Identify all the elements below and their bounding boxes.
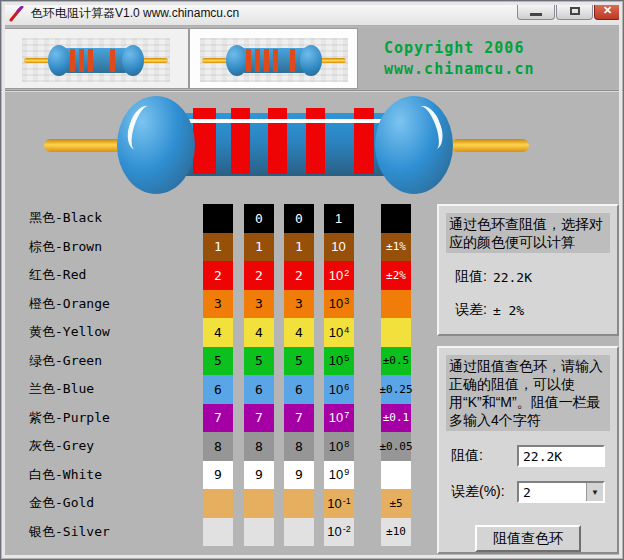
band3-color-cell[interactable]: 0 [284,204,314,233]
band3-color-cell[interactable]: 8 [284,432,314,461]
query-by-value-panel: 通过阻值查色环，请输入正确的阻值，可以使用“K”和“M”。阻值一栏最多输入4个字… [437,346,619,554]
multiplier-cell[interactable]: 103 [324,290,354,319]
resistance-result-label: 阻值: [455,268,487,286]
multiplier-cell[interactable]: 1 [324,204,354,233]
band1-color-cell[interactable]: 6 [203,375,233,404]
minimize-button[interactable] [517,2,555,20]
multiplier-cell[interactable]: 102 [324,261,354,290]
band3-color-cell[interactable]: 1 [284,233,314,262]
band3-color-cell[interactable]: 5 [284,347,314,376]
minimize-icon [530,13,542,16]
tolerance-cell[interactable]: ±5 [381,489,411,518]
color-label: 紫色-Purple [29,404,110,433]
tolerance-cell[interactable]: ±0.05 [381,432,411,461]
band3-color-cell[interactable] [284,518,314,547]
color-label: 金色-Gold [29,489,110,518]
resistance-input-label: 阻值: [451,447,517,465]
tolerance-cell[interactable]: ±0.25 [381,375,411,404]
resistor-lead-left [44,139,124,152]
tolerance-cell[interactable] [381,290,411,319]
color-table-labels: 黑色-Black 棕色-Brown 红色-Red 橙色-Orange 黄色-Ye… [29,204,110,546]
color-label: 黑色-Black [29,204,110,233]
tolerance-selected-value: 2 [519,485,586,500]
resistor-5band-image [200,38,348,82]
band3-color-cell[interactable]: 4 [284,318,314,347]
band1-color-cell[interactable]: 2 [203,261,233,290]
band3-color-cell[interactable]: 3 [284,290,314,319]
resistance-input[interactable] [517,445,605,467]
tolerance-cell[interactable]: ±1% [381,233,411,262]
query-by-value-instructions: 通过阻值查色环，请输入正确的阻值，可以使用“K”和“M”。阻值一栏最多输入4个字… [446,355,610,431]
multiplier-cell[interactable]: 10-1 [324,489,354,518]
tolerance-result-label: 误差: [455,301,487,319]
band1-color-cell[interactable] [203,204,233,233]
titlebar[interactable]: 色环电阻计算器V1.0 www.chinamcu.cn ✕ [2,2,622,26]
band2-color-cell[interactable]: 7 [244,404,274,433]
band1-color-cell[interactable]: 1 [203,233,233,262]
band3-column: 0 1 2 3 4 5 6 7 8 9 [284,204,314,546]
band3-color-cell[interactable]: 7 [284,404,314,433]
band2-color-cell[interactable]: 0 [244,204,274,233]
resistor-display [1,91,624,203]
band3-color-cell[interactable]: 2 [284,261,314,290]
band1-color-cell[interactable]: 8 [203,432,233,461]
tolerance-cell[interactable]: ±0.1 [381,404,411,433]
tolerance-cell[interactable]: ±10 [381,518,411,547]
band2-color-cell[interactable]: 8 [244,432,274,461]
band3-color-cell[interactable]: 9 [284,461,314,490]
tab-4band-resistor[interactable] [4,28,189,89]
color-label: 兰色-Blue [29,375,110,404]
lookup-colors-button[interactable]: 阻值查色环 [475,525,581,552]
color-label: 绿色-Green [29,347,110,376]
band2-color-cell[interactable]: 5 [244,347,274,376]
color-label: 银色-Silver [29,518,110,547]
tolerance-cell[interactable] [381,461,411,490]
band2-color-cell[interactable] [244,489,274,518]
multiplier-cell[interactable]: 109 [324,461,354,490]
tolerance-cell[interactable] [381,318,411,347]
band1-color-cell[interactable]: 5 [203,347,233,376]
tolerance-cell[interactable] [381,204,411,233]
tolerance-cell[interactable]: ±2% [381,261,411,290]
multiplier-cell[interactable]: 107 [324,404,354,433]
band2-color-cell[interactable]: 1 [244,233,274,262]
maximize-icon [570,7,580,15]
resistance-result-value: 22.2K [493,270,532,285]
band1-color-cell[interactable]: 9 [203,461,233,490]
multiplier-cell[interactable]: 104 [324,318,354,347]
multiplier-cell[interactable]: 10 [324,233,354,262]
color-label: 黄色-Yellow [29,318,110,347]
band2-column: 0 1 2 3 4 5 6 7 8 9 [244,204,274,546]
band1-color-cell[interactable] [203,518,233,547]
app-window: 色环电阻计算器V1.0 www.chinamcu.cn ✕ Copyright … [0,0,624,560]
tab-5band-resistor[interactable] [189,28,358,89]
multiplier-cell[interactable]: 105 [324,347,354,376]
maximize-button[interactable] [556,2,593,20]
band3-color-cell[interactable]: 6 [284,375,314,404]
color-label: 灰色-Grey [29,432,110,461]
resistor-cap-left [117,96,195,194]
band2-color-cell[interactable]: 4 [244,318,274,347]
tolerance-select[interactable]: 2 ▼ [517,481,605,503]
copyright-banner: Copyright 2006 www.chinamcu.cn [358,28,622,89]
multiplier-cell[interactable]: 10-2 [324,518,354,547]
band2-color-cell[interactable]: 2 [244,261,274,290]
band2-color-cell[interactable]: 3 [244,290,274,319]
copyright-line1: Copyright 2006 [384,38,622,59]
band1-color-cell[interactable]: 3 [203,290,233,319]
band2-color-cell[interactable]: 6 [244,375,274,404]
band2-color-cell[interactable] [244,518,274,547]
band1-color-cell[interactable]: 7 [203,404,233,433]
multiplier-cell[interactable]: 106 [324,375,354,404]
color-label: 棕色-Brown [29,233,110,262]
resistor-band-2 [231,108,250,174]
band1-color-cell[interactable]: 4 [203,318,233,347]
chevron-down-icon[interactable]: ▼ [586,483,603,501]
band1-color-cell[interactable] [203,489,233,518]
tolerance-cell[interactable]: ±0.5 [381,347,411,376]
close-button[interactable]: ✕ [594,2,621,20]
band2-color-cell[interactable]: 9 [244,461,274,490]
multiplier-cell[interactable]: 108 [324,432,354,461]
band3-color-cell[interactable] [284,489,314,518]
color-label: 橙色-Orange [29,290,110,319]
